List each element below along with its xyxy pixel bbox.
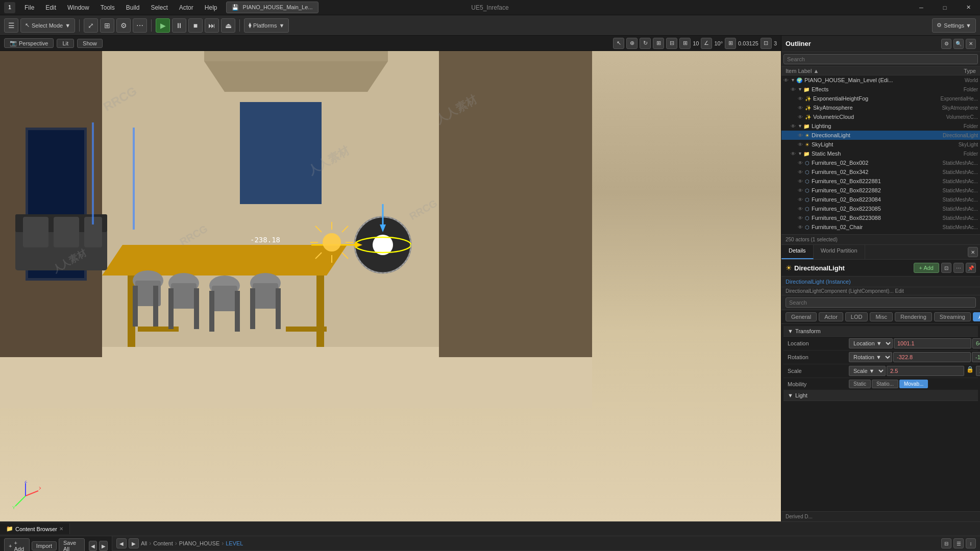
import-btn[interactable]: Import: [32, 541, 57, 550]
outliner-close-btn[interactable]: ✕: [966, 39, 976, 49]
details-search-input[interactable]: [786, 297, 976, 308]
lit-btn[interactable]: Lit: [57, 39, 74, 48]
scale-y[interactable]: [976, 366, 980, 376]
more-btn[interactable]: ⋯: [133, 18, 147, 33]
play-btn[interactable]: ▶: [156, 18, 170, 33]
skip-btn[interactable]: ⏭: [205, 18, 219, 33]
rotation-dropdown[interactable]: Rotation ▼: [849, 352, 892, 362]
vp-layer-icon[interactable]: ⊡: [761, 38, 772, 49]
minimize-btn[interactable]: ─: [910, 0, 933, 15]
transform-section-header[interactable]: ▼ Transform: [783, 326, 978, 337]
transform-btn[interactable]: ⤢: [84, 18, 98, 33]
menu-actor[interactable]: Actor: [174, 2, 199, 13]
filter-tab-misc[interactable]: Misc: [870, 312, 893, 321]
outliner-row[interactable]: 👁 ☀ DirectionalLight DirectionalLight: [781, 131, 980, 140]
vp-grid-icon[interactable]: ⊞: [679, 38, 691, 49]
tab-details[interactable]: Details: [781, 245, 814, 259]
outliner-row[interactable]: 👁 ▼ 📁 Static Mesh Folder: [781, 149, 980, 158]
outliner-row[interactable]: 👁 ▼ 📁 Effects Folder: [781, 85, 980, 94]
outliner-row[interactable]: 👁 ⬡ Furnitures_02_Box8222882 StaticMeshA…: [781, 186, 980, 195]
menu-tools[interactable]: Tools: [95, 2, 120, 13]
build-btn[interactable]: ⚙: [116, 18, 131, 33]
menu-help[interactable]: Help: [200, 2, 223, 13]
outliner-row[interactable]: 👁 ✨ SkyAtmosphere SkyAtmosphere: [781, 103, 980, 112]
outliner-row[interactable]: 👁 ▼ 📁 Lighting Folder: [781, 121, 980, 131]
path-level[interactable]: LEVEL: [226, 540, 243, 546]
vp-angle-icon[interactable]: ∠: [701, 38, 712, 49]
outliner-row[interactable]: 👁 ⬡ Furnitures_02_Box8222881 StaticMeshA…: [781, 177, 980, 186]
platforms-btn[interactable]: ⧫ Platforms ▼: [244, 18, 289, 33]
filter-tab-rendering[interactable]: Rendering: [895, 312, 932, 321]
menu-edit[interactable]: Edit: [40, 2, 61, 13]
outliner-search-btn[interactable]: 🔍: [953, 39, 964, 49]
close-btn[interactable]: ✕: [957, 0, 980, 15]
details-pin-btn[interactable]: 📌: [966, 263, 976, 273]
details-tools-btn[interactable]: ⊡: [941, 263, 951, 273]
vp-translate-icon[interactable]: ⊕: [626, 38, 638, 49]
outliner-row[interactable]: 👁 ⬡ Furnitures_02_Chair StaticMeshAc...: [781, 222, 980, 232]
location-x[interactable]: [894, 338, 971, 348]
menu-build[interactable]: Build: [121, 2, 145, 13]
light-section-header[interactable]: ▼ Light: [783, 390, 978, 401]
vp-scale-icon[interactable]: ⊞: [653, 38, 664, 49]
path-all[interactable]: All: [141, 540, 147, 546]
add-btn[interactable]: + + Add: [4, 538, 30, 551]
cb-nav-back-btn[interactable]: ◀: [89, 541, 97, 551]
outliner-search-input[interactable]: [783, 54, 978, 64]
tab-world-partition[interactable]: World Partition: [814, 245, 865, 259]
static-btn[interactable]: Static: [849, 380, 871, 388]
path-content[interactable]: Content: [153, 540, 173, 546]
menu-file[interactable]: File: [19, 2, 39, 13]
document-tab[interactable]: 💾 PIANO_HOUSE_Main_Le...: [226, 2, 318, 13]
content-browser-close-icon[interactable]: ✕: [59, 526, 63, 532]
details-more-btn[interactable]: ⋯: [953, 263, 964, 273]
outliner-row[interactable]: 👁 ▼ 🌍 PIANO_HOUSE_Main_Level (Edi... Wor…: [781, 76, 980, 85]
path-piano-house[interactable]: PIANO_HOUSE: [179, 540, 219, 546]
outliner-row[interactable]: 👁 ⬡ Furnitures_02_Box8223084 StaticMeshA…: [781, 195, 980, 204]
pause-btn[interactable]: ⏸: [172, 18, 186, 33]
show-btn[interactable]: Show: [77, 39, 103, 48]
outliner-row[interactable]: 👁 ⬡ Furnitures_02_Box342 StaticMeshAc...: [781, 167, 980, 177]
outliner-row[interactable]: 👁 ✨ VolumetricCloud VolumetricC...: [781, 112, 980, 121]
rotation-x[interactable]: [893, 352, 971, 362]
vp-rotate-icon[interactable]: ↻: [640, 38, 651, 49]
vp-scale2-icon[interactable]: ⊞: [725, 38, 736, 49]
settings-btn[interactable]: ⚙ Settings ▼: [932, 18, 976, 33]
hamburger-btn[interactable]: ☰: [4, 18, 18, 33]
snap-btn[interactable]: ⊞: [100, 18, 114, 33]
filter-tab-lod[interactable]: LOD: [845, 312, 868, 321]
menu-select[interactable]: Select: [145, 2, 173, 13]
outliner-row[interactable]: 👁 ✨ ExponentialHeightFog ExponentialHe..…: [781, 94, 980, 103]
cb-sort-btn[interactable]: ↕: [966, 538, 976, 548]
location-dropdown[interactable]: Location ▼: [849, 338, 893, 348]
scale-x[interactable]: [887, 366, 964, 376]
outliner-settings-btn[interactable]: ⚙: [941, 39, 951, 49]
cb-nav-forward-btn[interactable]: ▶: [99, 541, 108, 551]
vp-camera-icon[interactable]: ↖: [613, 38, 624, 49]
vp-snap-icon[interactable]: ⊟: [666, 38, 677, 49]
outliner-row[interactable]: 👁 ⬡ Furnitures_02_Box8223085 StaticMeshA…: [781, 204, 980, 213]
add-component-btn[interactable]: + Add: [914, 263, 939, 273]
scale-dropdown[interactable]: Scale ▼: [849, 366, 886, 376]
cb-forward-btn[interactable]: ▶: [129, 538, 139, 548]
save-all-btn[interactable]: Save All: [59, 538, 85, 551]
maximize-btn[interactable]: □: [933, 0, 957, 15]
menu-window[interactable]: Window: [62, 2, 94, 13]
outliner-row[interactable]: 👁 ☀ SkyLight SkyLight: [781, 140, 980, 149]
filter-tab-streaming[interactable]: Streaming: [934, 312, 971, 321]
movable-btn[interactable]: Movab...: [899, 380, 928, 388]
eject-btn[interactable]: ⏏: [221, 18, 235, 33]
location-y[interactable]: [972, 338, 980, 348]
filter-tab-actor[interactable]: Actor: [819, 312, 843, 321]
filter-tab-all[interactable]: All: [973, 312, 980, 321]
tab-content-browser[interactable]: 📁 Content Browser ✕: [0, 523, 70, 534]
perspective-btn[interactable]: 📷 Perspective: [4, 38, 54, 48]
cb-view-btn[interactable]: ☰: [953, 538, 964, 548]
viewport[interactable]: 📷 Perspective Lit Show ↖ ⊕ ↻ ⊞ ⊟ ⊞ 10 ∠ …: [0, 36, 781, 521]
rotation-y[interactable]: [972, 352, 980, 362]
cb-back-btn[interactable]: ◀: [116, 538, 127, 548]
cb-filter-btn[interactable]: ⊟: [941, 538, 951, 548]
details-close-btn[interactable]: ✕: [968, 247, 978, 257]
outliner-row[interactable]: 👁 ⬡ Furnitures_02_Box002 StaticMeshAc...: [781, 158, 980, 167]
stop-btn[interactable]: ■: [188, 18, 203, 33]
